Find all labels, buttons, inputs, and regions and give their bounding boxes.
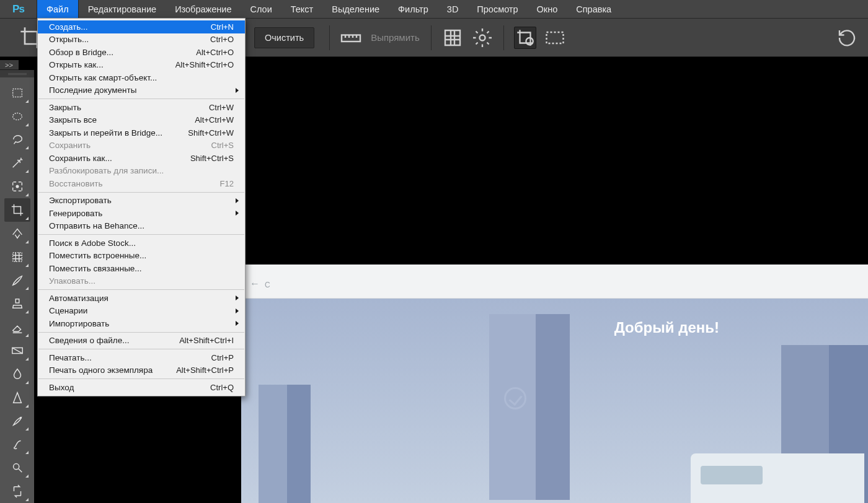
menu-текст[interactable]: Текст <box>281 0 323 18</box>
file-menu-dropdown: Создать...Ctrl+NОткрыть...Ctrl+OОбзор в … <box>37 18 246 396</box>
svg-point-6 <box>16 185 19 188</box>
app-logo[interactable]: Ps <box>0 0 37 18</box>
tool-eraser[interactable] <box>4 315 30 339</box>
menu-редактирование[interactable]: Редактирование <box>79 0 166 18</box>
browser-chrome-graphic: C <box>241 265 868 299</box>
svg-rect-3 <box>546 32 563 43</box>
menu-item: Разблокировать для записи... <box>38 165 245 178</box>
menu-изображение[interactable]: Изображение <box>166 0 241 18</box>
menu-item-shortcut: Alt+Shift+Ctrl+P <box>176 365 234 375</box>
submenu-arrow-icon <box>236 211 239 216</box>
tool-swap[interactable] <box>4 479 30 503</box>
menu-separator <box>38 234 244 235</box>
tool-stamp[interactable] <box>4 292 30 315</box>
app-logo-text: Ps <box>12 3 24 15</box>
menu-separator <box>38 378 244 379</box>
tool-magic-wand[interactable] <box>4 151 30 175</box>
menu-item[interactable]: Отправить на Behance... <box>38 220 245 233</box>
separator <box>329 25 330 50</box>
menu-item[interactable]: Открыть как смарт-объект... <box>38 71 245 84</box>
menu-окно[interactable]: Окно <box>528 0 567 18</box>
menu-item[interactable]: Последние документы <box>38 84 245 97</box>
menu-item-label: Закрыть все <box>49 115 195 125</box>
menu-item-shortcut: Ctrl+O <box>210 35 234 44</box>
tool-dodge[interactable] <box>4 456 30 479</box>
ruler-straighten-icon[interactable] <box>340 27 362 49</box>
menu-item[interactable]: Сценарии <box>38 305 245 318</box>
menu-item[interactable]: Открыть как...Alt+Shift+Ctrl+O <box>38 59 245 72</box>
menu-item[interactable]: ВыходCtrl+Q <box>38 381 245 394</box>
menu-справка[interactable]: Справка <box>567 0 621 18</box>
menu-separator <box>38 98 244 99</box>
tool-quick-select[interactable] <box>4 175 30 198</box>
tool-crop[interactable] <box>4 198 30 222</box>
menu-item[interactable]: Сохранить как...Shift+Ctrl+S <box>38 152 245 165</box>
menu-выделение[interactable]: Выделение <box>322 0 389 18</box>
grid-overlay-icon[interactable] <box>441 27 464 49</box>
menu-item[interactable]: Экспортировать <box>38 195 245 208</box>
menu-item[interactable]: Автоматизация <box>38 292 245 305</box>
svg-point-5 <box>12 113 22 120</box>
expand-panel-tab[interactable]: >> <box>0 60 19 70</box>
tool-gradient[interactable] <box>4 339 30 362</box>
clear-button[interactable]: Очистить <box>254 27 314 48</box>
menu-item-shortcut: Alt+Shift+Ctrl+I <box>179 336 234 345</box>
menu-item-label: Сохранить как... <box>49 154 190 163</box>
menu-item-label: Выход <box>49 383 210 392</box>
menu-файл[interactable]: Файл <box>37 0 79 18</box>
menu-item-label: Закрыть и перейти в Bridge... <box>49 128 188 138</box>
tool-palette <box>0 77 34 503</box>
tool-lasso[interactable] <box>4 128 30 152</box>
reset-icon[interactable] <box>836 27 858 49</box>
delete-cropped-icon[interactable] <box>514 27 536 49</box>
menu-item-label: Упаковать... <box>49 276 234 286</box>
submenu-arrow-icon <box>236 308 239 313</box>
document-image: C Добрый день! <box>241 265 868 503</box>
menu-item[interactable]: Генерировать <box>38 207 245 220</box>
gear-icon[interactable] <box>471 27 494 49</box>
menu-item[interactable]: Закрыть всеAlt+Ctrl+W <box>38 114 245 127</box>
menu-separator <box>38 192 244 193</box>
menu-фильтр[interactable]: Фильтр <box>389 0 438 18</box>
menu-item[interactable]: Создать...Ctrl+N <box>38 20 245 33</box>
tool-slice[interactable] <box>4 222 30 245</box>
menu-item-label: Поместить встроенные... <box>49 251 234 260</box>
addr-char: C <box>265 281 270 289</box>
tool-smudge[interactable] <box>4 432 30 456</box>
menu-item[interactable]: Поместить встроенные... <box>38 250 245 263</box>
menu-item[interactable]: Открыть...Ctrl+O <box>38 33 245 46</box>
menu-item[interactable]: Печать одного экземпляраAlt+Shift+Ctrl+P <box>38 364 245 377</box>
menu-3d[interactable]: 3D <box>438 0 468 18</box>
tool-marquee-rect[interactable] <box>4 81 30 105</box>
menu-item[interactable]: Закрыть и перейти в Bridge...Shift+Ctrl+… <box>38 126 245 139</box>
menu-item[interactable]: Поиск в Adobe Stock... <box>38 237 245 250</box>
expand-label: >> <box>5 61 13 69</box>
menu-item[interactable]: Импортировать <box>38 317 245 330</box>
menu-item[interactable]: Печатать...Ctrl+P <box>38 351 245 364</box>
menu-item: СохранитьCtrl+S <box>38 139 245 152</box>
tool-sharpen[interactable] <box>4 386 30 409</box>
menu-слои[interactable]: Слои <box>241 0 281 18</box>
tool-blur[interactable] <box>4 362 30 386</box>
toolbar-grip[interactable] <box>0 70 34 77</box>
menu-item-label: Создать... <box>49 22 211 32</box>
menu-item[interactable]: Обзор в Bridge...Alt+Ctrl+O <box>38 46 245 59</box>
check-circle-graphic <box>504 387 526 409</box>
menu-item-label: Последние документы <box>49 85 234 95</box>
menu-просмотр[interactable]: Просмотр <box>467 0 527 18</box>
greeting-text: Добрый день! <box>614 319 719 336</box>
menu-item[interactable]: Поместить связанные... <box>38 262 245 275</box>
menu-item[interactable]: Сведения о файле...Alt+Shift+Ctrl+I <box>38 335 245 348</box>
tool-brush[interactable] <box>4 269 30 292</box>
tool-pen[interactable] <box>4 409 30 433</box>
tool-marquee-ellipse[interactable] <box>4 105 30 128</box>
menu-item[interactable]: ЗакрытьCtrl+W <box>38 101 245 114</box>
menu-separator <box>38 332 244 333</box>
svg-point-2 <box>526 38 533 45</box>
tool-frame[interactable] <box>4 245 30 269</box>
menu-item: ВосстановитьF12 <box>38 177 245 190</box>
content-aware-icon[interactable] <box>544 27 566 49</box>
menu-item-shortcut: Shift+Ctrl+W <box>188 128 234 138</box>
svg-rect-7 <box>12 252 22 261</box>
straighten-label[interactable]: Выпрямить <box>371 32 420 43</box>
